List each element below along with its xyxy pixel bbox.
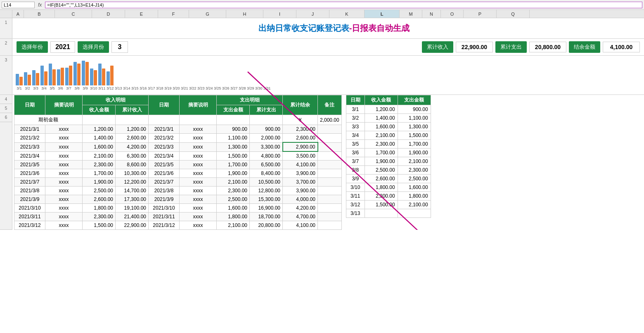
acc-expense-cell: 3,300.00 — [250, 142, 283, 151]
th-right-expense: 支出金额 — [398, 95, 431, 105]
income-bar-3/7 — [65, 68, 69, 85]
expense-bar-3/11 — [102, 68, 105, 85]
exp-summary-cell: xxxx — [180, 161, 217, 169]
select-month-button[interactable]: 选择月份 — [78, 41, 109, 53]
cell-reference[interactable] — [2, 2, 35, 8]
right-expense-cell: 1,100.00 — [398, 114, 431, 123]
right-income-cell: 2,300.00 — [365, 192, 398, 201]
th-inc-amount: 收入金额 — [83, 105, 116, 115]
expense-bar-3/5 — [52, 69, 56, 85]
summary-cell: xxxx — [45, 213, 83, 221]
date-cell: 2021/3/7 — [14, 178, 45, 187]
right-table-row: 3/8 2,500.00 2,300.00 — [346, 166, 431, 175]
init-exp-amt — [217, 115, 250, 125]
init-value: 2,000.00 — [318, 115, 342, 125]
th-summary: 摘要说明 — [45, 95, 83, 115]
income-bar-3/8 — [73, 62, 77, 85]
acc-balance-cell: 4,200.00 — [283, 204, 318, 213]
th-acc-expense: 累计支出 — [250, 105, 283, 115]
right-income-cell: 1,500.00 — [365, 201, 398, 209]
acc-income-cell: 4,200.00 — [116, 142, 149, 151]
notes-cell — [318, 195, 342, 204]
right-section: 日期 收入金额 支出金额 3/1 1,200.00 900.00 3/2 1,4… — [346, 95, 431, 230]
table-row: 2021/3/5 xxxx 2,300.00 8,600.00 2021/3/5… — [14, 161, 342, 169]
bar-group-3/9 — [82, 61, 89, 85]
exp-summary-cell: xxxx — [180, 195, 217, 204]
inc-amount-cell: 1,700.00 — [83, 169, 116, 178]
acc-income-cell: 19,100.00 — [116, 204, 149, 213]
exp-date-cell: 2021/3/10 — [149, 204, 180, 213]
acc-income-cell: 22,900.00 — [116, 221, 149, 230]
acc-income-cell: 14,700.00 — [116, 187, 149, 195]
table-row: 2021/3/11 xxxx 2,300.00 21,400.00 2021/3… — [14, 213, 342, 221]
th-acc-balance: 累计结余 — [283, 95, 318, 115]
right-date-cell: 3/13 — [346, 209, 365, 218]
right-table-row: 3/12 1,500.00 2,100.00 — [346, 201, 431, 209]
inc-amount-cell: 1,800.00 — [83, 204, 116, 213]
summary-cell: xxxx — [45, 142, 83, 151]
init-row: 期初金额 ¥ 2,000.00 — [14, 115, 342, 125]
th-right-income: 收入金额 — [365, 95, 398, 105]
right-income-cell: 2,100.00 — [365, 131, 398, 140]
inc-amount-cell: 2,300.00 — [83, 161, 116, 169]
col-Q: Q — [497, 10, 530, 18]
chart-label-3/12: 3/12 — [107, 86, 114, 90]
title-row: 1 出纳日常收支记账登记表-日报表自动生成 — [0, 18, 644, 39]
exp-amount-cell: 1,900.00 — [217, 169, 250, 178]
chart-label-3/4: 3/4 — [40, 86, 47, 90]
inc-amount-cell: 1,900.00 — [83, 178, 116, 187]
income-bar-3/3 — [32, 70, 36, 85]
chart-labels: 3/13/23/33/43/53/63/73/83/93/103/113/123… — [16, 86, 641, 90]
chart-label-3/31: 3/31 — [263, 86, 270, 90]
exp-amount-cell: 1,300.00 — [217, 142, 250, 151]
inc-amount-cell: 1,200.00 — [83, 125, 116, 134]
row-numbers: 4 5 6 — [0, 95, 12, 230]
chart-label-3/18: 3/18 — [156, 86, 163, 90]
income-bar-3/6 — [57, 69, 60, 85]
date-cell: 2021/3/3 — [14, 142, 45, 151]
main-table-row: 4 5 6 日期 摘要说明 收入明细 日期 摘要说明 支出明细 — [0, 95, 644, 230]
chart-label-3/2: 3/2 — [24, 86, 31, 90]
expense-bar-3/3 — [36, 73, 39, 85]
main-content: 日期 摘要说明 收入明细 日期 摘要说明 支出明细 累计结余 备注 收入金额 累… — [12, 95, 644, 230]
col-P: P — [464, 10, 497, 18]
col-N: N — [422, 10, 441, 18]
select-year-button[interactable]: 选择年份 — [17, 41, 48, 53]
balance-button[interactable]: 结余金额 — [569, 41, 600, 53]
acc-expense-cell: 4,800.00 — [250, 151, 283, 161]
acc-expense-button[interactable]: 累计支出 — [495, 41, 527, 53]
acc-expense-cell: 6,500.00 — [250, 161, 283, 169]
date-cell: 2021/3/4 — [14, 151, 45, 161]
chart-label-3/9: 3/9 — [82, 86, 89, 90]
left-section: 日期 摘要说明 收入明细 日期 摘要说明 支出明细 累计结余 备注 收入金额 累… — [14, 95, 342, 230]
right-income-cell: 1,700.00 — [365, 149, 398, 157]
right-expense-cell: 1,800.00 — [398, 192, 431, 201]
income-bar-3/1 — [16, 74, 19, 85]
acc-balance-cell: 2,300.00 — [283, 125, 318, 134]
table-row: 2021/3/2 xxxx 1,400.00 2,600.00 2021/3/2… — [14, 134, 342, 143]
formula-input[interactable] — [45, 2, 642, 8]
th-acc-income: 累计收入 — [116, 105, 149, 115]
date-cell: 2021/3/8 — [14, 187, 45, 195]
table-row: 2021/3/9 xxxx 2,600.00 17,300.00 2021/3/… — [14, 195, 342, 204]
bar-group-3/2 — [24, 72, 31, 85]
bar-group-3/8 — [73, 62, 80, 85]
exp-summary-cell: xxxx — [180, 125, 217, 134]
col-G: G — [189, 10, 226, 18]
expense-bar-3/1 — [19, 77, 23, 85]
income-bar-3/4 — [40, 66, 44, 85]
table-row: 2021/3/8 xxxx 2,500.00 14,700.00 2021/3/… — [14, 187, 342, 195]
col-D: D — [92, 10, 125, 18]
acc-income-cell: 21,400.00 — [116, 213, 149, 221]
col-H: H — [226, 10, 263, 18]
month-value: 3 — [111, 41, 128, 53]
acc-expense-cell: 12,800.00 — [250, 187, 283, 195]
acc-income-button[interactable]: 累计收入 — [422, 41, 453, 53]
row-num-3: 3 — [0, 56, 12, 94]
table-row: 2021/3/4 xxxx 2,100.00 6,300.00 2021/3/4… — [14, 151, 342, 161]
table-row: 2021/3/1 xxxx 1,200.00 1,200.00 2021/3/1… — [14, 125, 342, 134]
bar-group-3/11 — [98, 64, 105, 85]
right-table-row: 3/3 1,600.00 1,300.00 — [346, 123, 431, 131]
right-table-row: 3/7 1,900.00 2,100.00 — [346, 157, 431, 166]
right-table-body: 3/1 1,200.00 900.00 3/2 1,400.00 1,100.0… — [346, 105, 431, 218]
